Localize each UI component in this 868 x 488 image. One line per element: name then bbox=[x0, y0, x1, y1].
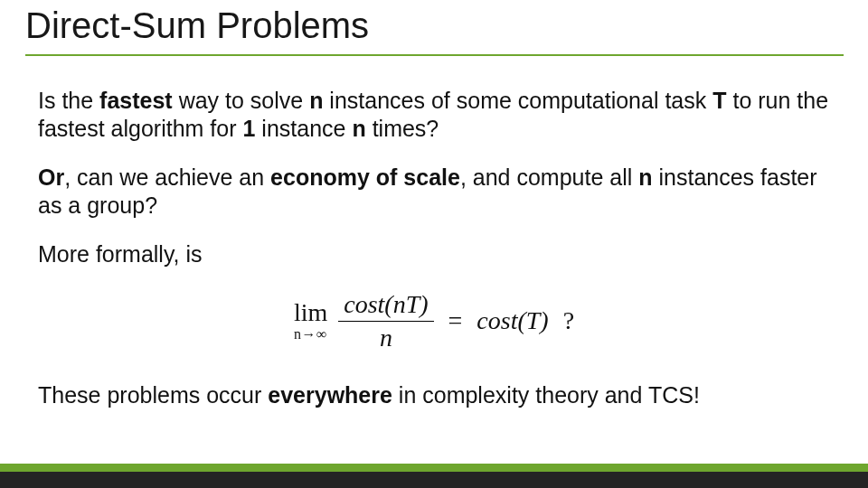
text: , can we achieve an bbox=[64, 164, 270, 190]
fraction: cost(nT) n bbox=[338, 292, 433, 351]
lim-subscript: n→∞ bbox=[294, 327, 327, 342]
fraction-denominator: n bbox=[380, 322, 392, 351]
text: , and compute all bbox=[460, 164, 638, 190]
bold-text: n bbox=[352, 116, 365, 141]
equation-rhs: cost(T) bbox=[476, 305, 548, 336]
bold-text: Or bbox=[38, 164, 64, 190]
paragraph-2: Or, can we achieve an economy of scale, … bbox=[38, 164, 830, 219]
text: instance bbox=[255, 116, 352, 141]
closing-line: These problems occur everywhere in compl… bbox=[38, 381, 830, 409]
equation-question-mark: ? bbox=[560, 305, 574, 336]
text: These problems occur bbox=[38, 382, 268, 408]
text: times? bbox=[366, 116, 439, 141]
footer-dark-bar bbox=[0, 472, 868, 488]
equals-sign: = bbox=[445, 305, 467, 336]
equation: lim n→∞ cost(nT) n = cost(T) ? bbox=[294, 292, 574, 351]
text: in complexity theory and TCS! bbox=[392, 382, 700, 408]
title-underline bbox=[25, 54, 844, 56]
bold-text: 1 bbox=[242, 116, 255, 141]
more-formally-lead: More formally, is bbox=[38, 240, 830, 268]
slide-body: Is the fastest way to solve n instances … bbox=[38, 87, 830, 409]
bold-text: fastest bbox=[99, 88, 173, 113]
bold-text: everywhere bbox=[268, 382, 392, 408]
bold-text: n bbox=[309, 88, 323, 113]
bold-text: economy of scale bbox=[270, 164, 460, 190]
limit-operator: lim n→∞ bbox=[294, 300, 327, 342]
text: Is the bbox=[38, 88, 99, 113]
paragraph-1: Is the fastest way to solve n instances … bbox=[38, 87, 830, 142]
fraction-numerator: cost(nT) bbox=[338, 292, 433, 322]
slide-title: Direct-Sum Problems bbox=[25, 5, 850, 46]
bold-text: n bbox=[638, 164, 652, 190]
bold-text: T bbox=[712, 88, 726, 113]
slide: Direct-Sum Problems Is the fastest way t… bbox=[0, 0, 868, 488]
lim-text: lim bbox=[294, 300, 327, 325]
footer-accent-bar bbox=[0, 464, 868, 472]
equation-block: lim n→∞ cost(nT) n = cost(T) ? bbox=[38, 292, 830, 351]
text: way to solve bbox=[173, 88, 309, 113]
text: instances of some computational task bbox=[323, 88, 712, 113]
